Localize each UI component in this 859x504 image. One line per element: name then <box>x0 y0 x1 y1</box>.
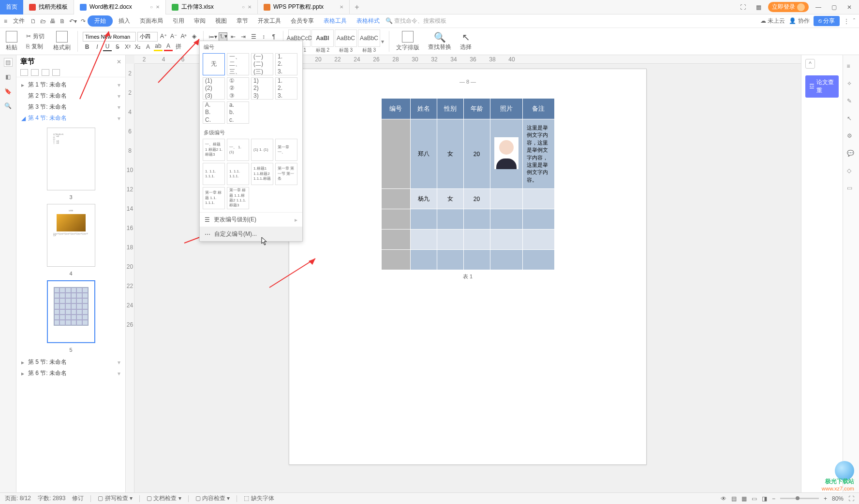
undo-icon[interactable]: ↶▾ <box>69 18 77 25</box>
numbering-option[interactable]: 1.2.3. <box>275 77 297 100</box>
view-mode-2-icon[interactable]: ▤ <box>731 495 737 502</box>
menu-file[interactable]: 文件 <box>9 15 29 27</box>
table-cell[interactable] <box>410 209 437 230</box>
table-cell[interactable] <box>410 230 437 250</box>
outline-view-icon[interactable]: ▤ <box>4 58 13 67</box>
status-spell[interactable]: ▢ 拼写检查 ▾ <box>98 494 133 503</box>
table-cell[interactable] <box>490 230 522 250</box>
numbering-option-none[interactable]: 无 <box>203 53 225 75</box>
text-layout-button[interactable]: 文字排版 <box>393 29 422 54</box>
menu-start[interactable]: 开始 <box>88 15 113 27</box>
page-thumb-5[interactable] <box>47 280 95 343</box>
table-cell[interactable] <box>437 250 463 270</box>
share-button[interactable]: ⎋ 分享 <box>814 16 840 26</box>
menu-review[interactable]: 审阅 <box>190 15 209 27</box>
menu-table-tools[interactable]: 表格工具 <box>320 15 351 27</box>
style-preset-3[interactable]: AaBbC <box>335 29 357 47</box>
page-thumb-3[interactable]: 第三章 内容示例一、内容1.11.2二、内容三、内容 <box>47 128 95 190</box>
select-button[interactable]: ↖选择 <box>457 29 474 54</box>
page-thumb-4[interactable]: 第四章正文文字正文文字正文文字正文文字正文文字正文文字正文 <box>47 204 95 267</box>
format-painter-button[interactable]: 格式刷 <box>50 29 74 54</box>
table-cell[interactable] <box>437 209 463 230</box>
chevron-up-icon[interactable]: ˆ <box>853 18 855 25</box>
view-mode-4-icon[interactable]: ▭ <box>752 495 757 502</box>
view-mode-5-icon[interactable]: ◨ <box>762 495 767 502</box>
sidebar-close-icon[interactable]: ✕ <box>117 58 121 65</box>
preview-icon[interactable]: 🗎 <box>59 18 65 25</box>
numbering-option[interactable]: a.b.c. <box>227 101 249 124</box>
table-cell[interactable] <box>381 189 410 209</box>
subscript-icon[interactable]: X₂ <box>133 43 142 51</box>
style-preset-4[interactable]: AaBbC <box>358 29 380 47</box>
close-icon[interactable]: ✕ <box>340 4 343 10</box>
nav-icon[interactable]: ◧ <box>4 72 13 81</box>
numbering-option[interactable]: (1)(2)(3) <box>203 77 225 100</box>
sort-icon[interactable]: ☰ <box>249 32 258 41</box>
cloud-status[interactable]: ☁ 未上云 <box>760 17 785 25</box>
change-number-level[interactable]: ☰更改编号级别(E)▸ <box>200 212 302 227</box>
menu-table-styles[interactable]: 表格样式 <box>353 15 384 27</box>
table-row[interactable]: 杨九女20 <box>381 189 554 209</box>
status-page[interactable]: 页面: 8/12 <box>5 494 31 503</box>
numbering-option[interactable]: 1.2.3. <box>275 53 297 75</box>
table-cell[interactable]: 20 <box>463 189 490 209</box>
open-icon[interactable]: 🗁 <box>40 18 46 25</box>
paste-button[interactable]: 粘贴 <box>3 29 20 54</box>
table-cell[interactable]: 女 <box>437 189 463 209</box>
status-words[interactable]: 字数: 2893 <box>38 494 65 503</box>
print-icon[interactable]: 🖶 <box>50 18 56 25</box>
close-icon[interactable]: ✕ <box>248 4 252 10</box>
zoom-value[interactable]: 80% <box>832 495 844 502</box>
document-page[interactable]: — 8 — 编号姓名性别年龄照片备注 郑八女20这里是举例文字内容，这里是举例文… <box>289 69 647 465</box>
tool-2-icon[interactable] <box>31 69 39 76</box>
section-item-3[interactable]: 第 3 节: 未命名▾ <box>16 101 125 113</box>
pen-icon[interactable]: ✎ <box>847 98 856 106</box>
increase-indent-icon[interactable]: ⇥ <box>239 32 248 41</box>
numbering-option[interactable]: (一)(二)(三) <box>251 53 273 75</box>
table-cell[interactable] <box>522 230 554 250</box>
multilevel-option[interactable]: 一、 1. (1) <box>227 139 249 161</box>
menu-reference[interactable]: 引用 <box>169 15 188 27</box>
menu-insert[interactable]: 插入 <box>115 15 134 27</box>
bullets-icon[interactable]: ≔▾ <box>208 32 217 41</box>
settings-icon[interactable]: ⚙ <box>847 132 856 141</box>
multilevel-option[interactable]: 1. 1.1. 1.1.1. <box>227 163 249 185</box>
section-item-4[interactable]: ◢第 4 节: 未命名▾ <box>16 113 125 124</box>
table-row[interactable] <box>381 250 554 270</box>
minimize-icon[interactable]: — <box>813 4 824 11</box>
table-cell[interactable] <box>463 250 490 270</box>
line-spacing-icon[interactable]: ↕ <box>259 32 268 41</box>
numbering-icon[interactable]: ⒈▾ <box>219 32 227 41</box>
table-cell[interactable]: 这里是举例文字内容，这里是举例文字内容，这里是举例文字内容。 <box>522 119 554 189</box>
table-cell[interactable] <box>463 230 490 250</box>
tab-template[interactable]: 找稻壳模板 <box>23 0 74 14</box>
collab-button[interactable]: 👤 协作 <box>789 17 809 25</box>
section-item-6[interactable]: ▸第 6 节: 未命名▾ <box>16 368 125 379</box>
table-cell[interactable]: 杨九 <box>410 189 437 209</box>
table-cell[interactable] <box>381 230 410 250</box>
menu-member[interactable]: 会员专享 <box>287 15 318 27</box>
table-cell[interactable] <box>522 209 554 230</box>
apps-icon[interactable]: ▦ <box>753 4 764 11</box>
fullscreen-icon[interactable]: ⛶ <box>848 495 854 502</box>
numbering-option[interactable]: 一、二、三、 <box>227 53 249 75</box>
tab-pptx[interactable]: WPS PPT教程.pptx✕ <box>258 0 350 14</box>
table-row[interactable] <box>381 209 554 230</box>
table-cell[interactable] <box>381 119 410 189</box>
menu-chapter[interactable]: 章节 <box>233 15 252 27</box>
status-edit[interactable]: 修订 <box>72 494 84 503</box>
multilevel-option[interactable]: 第一章 标题 1.1.标题2 1.1.1.标题3 <box>227 187 249 209</box>
table-cell[interactable]: 郑八 <box>410 119 437 189</box>
task-icon[interactable]: ≡ <box>847 63 856 72</box>
find-replace-button[interactable]: 🔍查找替换 <box>425 29 454 54</box>
zoom-out-icon[interactable]: − <box>772 495 775 502</box>
status-doc-check[interactable]: ▢ 文档检查 ▾ <box>147 494 181 503</box>
multilevel-option[interactable]: 第一章 标题 1.1. 1.1.1. <box>203 187 225 209</box>
redo-icon[interactable]: ↷ <box>81 18 86 25</box>
new-icon[interactable]: 🗋 <box>30 18 36 25</box>
table-cell[interactable] <box>490 209 522 230</box>
table-cell[interactable] <box>522 189 554 209</box>
decrease-indent-icon[interactable]: ⇤ <box>229 32 237 41</box>
menu-icon[interactable]: ≡ <box>4 18 7 25</box>
zoom-slider[interactable] <box>780 498 819 499</box>
